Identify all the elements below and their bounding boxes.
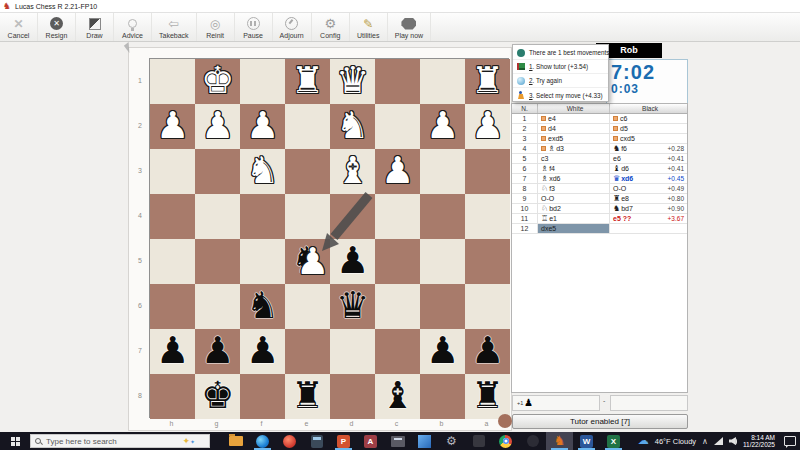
black-move-cell[interactable]: ♞bd7+0.90	[610, 204, 687, 213]
square-b6[interactable]	[420, 284, 465, 329]
black-piece-a7[interactable]: ♟	[465, 329, 510, 374]
white-move-cell[interactable]: d4	[538, 124, 610, 133]
square-e3[interactable]	[285, 149, 330, 194]
square-b4[interactable]	[420, 194, 465, 239]
black-move-cell[interactable]: ♝d6+0.41	[610, 164, 687, 173]
square-b5[interactable]	[420, 239, 465, 284]
weather-text[interactable]: 46°F Cloudy	[655, 437, 696, 446]
taskbar-app-chrome[interactable]	[492, 432, 519, 450]
black-move-cell[interactable]: ♞f6+0.28	[610, 144, 687, 153]
move-row-5[interactable]: 5c3e6+0.41	[512, 154, 687, 164]
start-button[interactable]	[0, 432, 30, 450]
square-f1[interactable]	[240, 59, 285, 104]
taskbar-app-lucas-chess[interactable]: ♞	[546, 432, 573, 450]
black-move-cell[interactable]: ♛xd6+0.45	[610, 174, 687, 183]
toolbar-takeback-button[interactable]: ⇦Takeback	[152, 13, 197, 41]
white-piece-d3[interactable]: ♝	[330, 149, 375, 194]
taskbar-app-calculator[interactable]	[303, 432, 330, 450]
black-piece-d6[interactable]: ♛	[330, 284, 375, 329]
white-move-cell[interactable]: c3	[538, 154, 610, 163]
black-move-cell[interactable]: e5 ??+3.67	[610, 214, 687, 223]
square-h6[interactable]	[150, 284, 195, 329]
white-move-cell[interactable]: exd5	[538, 134, 610, 143]
taskbar-app-edge[interactable]	[249, 432, 276, 450]
move-row-8[interactable]: 8♘f3O-O+0.49	[512, 184, 687, 194]
taskbar-app-powerpoint[interactable]: P	[330, 432, 357, 450]
white-piece-a1[interactable]: ♜	[465, 59, 510, 104]
black-piece-a8[interactable]: ♜	[465, 374, 510, 419]
toolbar-draw-button[interactable]: Draw	[76, 13, 114, 41]
notification-center-icon[interactable]	[784, 436, 796, 446]
toolbar-config-button[interactable]: ⚙Config	[312, 13, 350, 41]
white-move-cell[interactable]: ♖e1	[538, 214, 610, 223]
square-a4[interactable]	[465, 194, 510, 239]
moves-table[interactable]: N.WhiteBlack1e4c62d4d53exd5cxd54♗d3♞f6+0…	[511, 103, 688, 393]
square-b8[interactable]	[420, 374, 465, 419]
taskbar-app-access[interactable]: A	[357, 432, 384, 450]
black-move-cell[interactable]: c6	[610, 114, 687, 123]
square-h1[interactable]	[150, 59, 195, 104]
tutor-menu-item-1[interactable]: There are 1 best movements	[513, 46, 608, 60]
tray-clock[interactable]: 8:14 AM 11/22/2025	[743, 434, 775, 449]
toolbar-cancel-button[interactable]: ✕Cancel	[0, 13, 38, 41]
taskbar-app-printer[interactable]	[384, 432, 411, 450]
black-move-cell[interactable]: ♜e8+0.80	[610, 194, 687, 203]
black-piece-b7[interactable]: ♟	[420, 329, 465, 374]
white-piece-c3[interactable]: ♟	[375, 149, 420, 194]
square-a3[interactable]	[465, 149, 510, 194]
weather-cloud-icon[interactable]: ☁	[638, 435, 649, 447]
white-move-cell[interactable]: e4	[538, 114, 610, 123]
toolbar-reinit-button[interactable]: ◎Reinit	[197, 13, 235, 41]
taskbar-app-file-explorer[interactable]	[222, 432, 249, 450]
black-piece-g8[interactable]: ♚	[195, 374, 240, 419]
square-c5[interactable]	[375, 239, 420, 284]
tutor-menu-item-2[interactable]: 1. Show tutor (+3.54)	[513, 60, 608, 74]
square-c7[interactable]	[375, 329, 420, 374]
black-piece-h7[interactable]: ♟	[150, 329, 195, 374]
move-row-1[interactable]: 1e4c6	[512, 114, 687, 124]
white-piece-h2[interactable]: ♟	[150, 104, 195, 149]
square-c1[interactable]	[375, 59, 420, 104]
square-a5[interactable]	[465, 239, 510, 284]
move-row-10[interactable]: 10♘bd2♞bd7+0.90	[512, 204, 687, 214]
toolbar-playnow-button[interactable]: Play now	[388, 13, 431, 41]
white-move-cell[interactable]: ♘f3	[538, 184, 610, 193]
toolbar-advice-button[interactable]: Advice	[114, 13, 152, 41]
white-piece-d1[interactable]: ♛	[330, 59, 375, 104]
white-piece-d2[interactable]: ♞	[330, 104, 375, 149]
tutor-menu-item-3[interactable]: 2. Try again	[513, 74, 608, 88]
move-row-12[interactable]: 12dxe5	[512, 224, 687, 234]
move-row-2[interactable]: 2d4d5	[512, 124, 687, 134]
black-piece-f7[interactable]: ♟	[240, 329, 285, 374]
taskbar-app-app-dark[interactable]	[465, 432, 492, 450]
network-icon[interactable]	[714, 437, 723, 445]
square-g5[interactable]	[195, 239, 240, 284]
square-g6[interactable]	[195, 284, 240, 329]
white-piece-g2[interactable]: ♟	[195, 104, 240, 149]
square-c6[interactable]	[375, 284, 420, 329]
taskbar-app-word[interactable]: W	[573, 432, 600, 450]
black-piece-g7[interactable]: ♟	[195, 329, 240, 374]
black-move-cell[interactable]	[610, 224, 687, 233]
black-move-cell[interactable]: e6+0.41	[610, 154, 687, 163]
square-e4[interactable]	[285, 194, 330, 239]
square-d8[interactable]	[330, 374, 375, 419]
square-b1[interactable]	[420, 59, 465, 104]
square-c2[interactable]	[375, 104, 420, 149]
square-f8[interactable]	[240, 374, 285, 419]
square-h4[interactable]	[150, 194, 195, 239]
white-piece-f3[interactable]: ♞	[240, 149, 285, 194]
square-h5[interactable]	[150, 239, 195, 284]
square-h3[interactable]	[150, 149, 195, 194]
square-d4[interactable]	[330, 194, 375, 239]
black-move-cell[interactable]: cxd5	[610, 134, 687, 143]
toolbar-pause-button[interactable]: Pause	[235, 13, 273, 41]
tutor-menu-item-4[interactable]: 3. Select my move (+4.33)	[513, 88, 608, 102]
white-move-cell[interactable]: ♗xd6	[538, 174, 610, 183]
square-f5[interactable]	[240, 239, 285, 284]
white-piece-a2[interactable]: ♟	[465, 104, 510, 149]
volume-icon[interactable]	[729, 437, 737, 445]
black-move-cell[interactable]: O-O+0.49	[610, 184, 687, 193]
tray-chevron-icon[interactable]: ∧	[702, 437, 708, 446]
move-row-7[interactable]: 7♗xd6♛xd6+0.45	[512, 174, 687, 184]
